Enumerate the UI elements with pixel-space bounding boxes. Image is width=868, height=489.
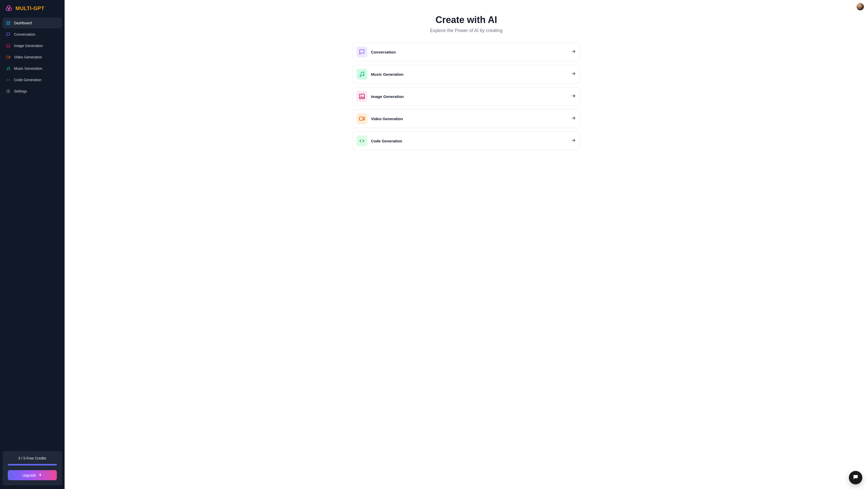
- credits-progress-track: [8, 464, 57, 465]
- user-menu[interactable]: [857, 3, 864, 10]
- sidebar-item-label: Settings: [14, 89, 27, 93]
- card-left: Code Generation: [356, 135, 402, 146]
- page-subtitle: Explore the Power of AI by creating: [69, 28, 864, 33]
- sidebar-item-conversation[interactable]: Conversation: [3, 29, 62, 40]
- music-icon: [356, 69, 367, 80]
- dashboard-icon: [6, 21, 11, 26]
- sidebar-item-label: Conversation: [14, 32, 35, 36]
- page-title: Create with AI: [69, 14, 864, 25]
- credits-card: 5 / 5 Free Credits Upgrade: [3, 451, 62, 485]
- chat-bubble-icon: [852, 474, 859, 481]
- tool-cards-list: Conversation Music Generation Image Gene…: [352, 43, 580, 150]
- code-icon: [6, 77, 11, 83]
- sidebar-item-dashboard[interactable]: Dashboard: [3, 18, 62, 28]
- app-root: MULTI-GPT Dashboard Conversation Image G…: [0, 0, 868, 489]
- sidebar-nav: Dashboard Conversation Image Generation …: [3, 18, 62, 97]
- image-icon: [356, 91, 367, 102]
- arrow-right-icon: [571, 138, 576, 144]
- arrow-right-icon: [571, 93, 576, 99]
- credits-total: 5: [23, 456, 25, 460]
- card-title: Music Generation: [371, 72, 404, 77]
- chat-launcher-button[interactable]: [849, 471, 862, 484]
- card-music-generation[interactable]: Music Generation: [352, 65, 580, 84]
- image-icon: [6, 43, 11, 48]
- arrow-right-icon: [571, 71, 576, 77]
- card-left: Conversation: [356, 47, 396, 57]
- sidebar: MULTI-GPT Dashboard Conversation Image G…: [0, 0, 65, 489]
- sidebar-item-video-generation[interactable]: Video Generation: [3, 52, 62, 63]
- card-code-generation[interactable]: Code Generation: [352, 131, 580, 150]
- card-title: Code Generation: [371, 139, 402, 143]
- card-title: Video Generation: [371, 117, 403, 121]
- card-image-generation[interactable]: Image Generation: [352, 87, 580, 106]
- brand[interactable]: MULTI-GPT: [3, 5, 62, 18]
- music-icon: [6, 66, 11, 71]
- card-video-generation[interactable]: Video Generation: [352, 109, 580, 128]
- sidebar-item-label: Dashboard: [14, 21, 32, 25]
- sidebar-item-image-generation[interactable]: Image Generation: [3, 40, 62, 51]
- code-icon: [356, 135, 367, 146]
- credits-used: 5: [18, 456, 21, 460]
- sidebar-item-music-generation[interactable]: Music Generation: [3, 63, 62, 74]
- arrow-right-icon: [571, 49, 576, 55]
- upgrade-button[interactable]: Upgrade: [8, 470, 57, 480]
- card-left: Video Generation: [356, 113, 403, 124]
- bolt-icon: [38, 473, 42, 478]
- credits-text: 5 / 5 Free Credits: [8, 456, 57, 460]
- credits-label-suffix: Free Credits: [26, 456, 46, 460]
- credits-progress-fill: [8, 464, 57, 465]
- main-content: Create with AI Explore the Power of AI b…: [65, 0, 868, 489]
- card-left: Music Generation: [356, 69, 404, 80]
- card-conversation[interactable]: Conversation: [352, 43, 580, 61]
- hero: Create with AI Explore the Power of AI b…: [69, 3, 864, 33]
- arrow-right-icon: [571, 116, 576, 122]
- brand-name: MULTI-GPT: [16, 5, 44, 11]
- video-icon: [356, 113, 367, 124]
- avatar: [857, 3, 864, 10]
- gear-icon: [6, 89, 11, 94]
- sidebar-item-label: Image Generation: [14, 44, 43, 48]
- chat-icon: [356, 47, 367, 57]
- sidebar-item-code-generation[interactable]: Code Generation: [3, 74, 62, 85]
- sidebar-item-label: Code Generation: [14, 78, 41, 82]
- sidebar-item-label: Video Generation: [14, 55, 42, 59]
- upgrade-button-label: Upgrade: [22, 473, 36, 477]
- card-title: Image Generation: [371, 94, 404, 99]
- chat-icon: [6, 32, 11, 37]
- sidebar-item-settings[interactable]: Settings: [3, 86, 62, 97]
- video-icon: [6, 55, 11, 60]
- sidebar-item-label: Music Generation: [14, 66, 42, 70]
- card-left: Image Generation: [356, 91, 404, 102]
- brand-logo-icon: [5, 5, 12, 12]
- card-title: Conversation: [371, 50, 396, 54]
